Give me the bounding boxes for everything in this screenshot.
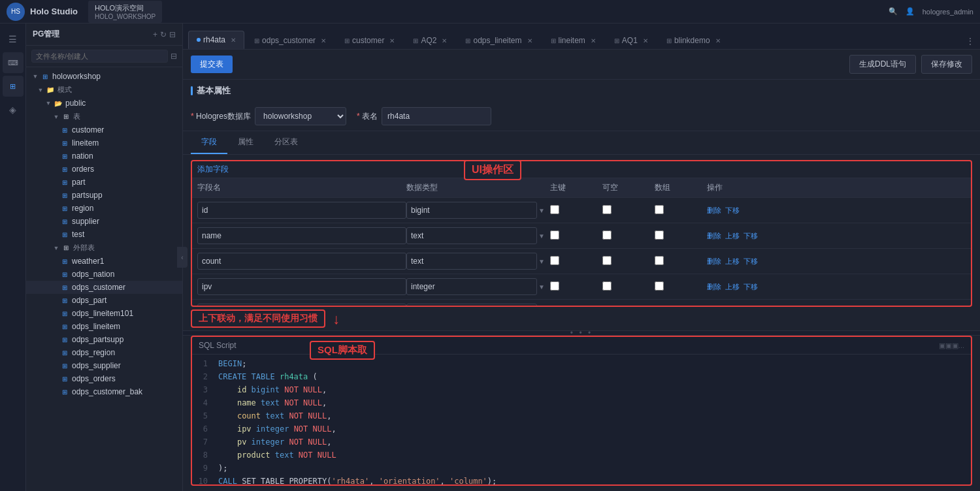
split-handle[interactable]: • • • — [183, 330, 980, 336]
tree-item-external-category[interactable]: ▼ ⊞ 外部表 — [26, 241, 182, 255]
action-down-name[interactable]: 下移 — [743, 231, 758, 241]
tree-item-orders[interactable]: ⊞ orders — [26, 163, 182, 176]
table-name-input[interactable] — [382, 107, 491, 125]
tree-item-region[interactable]: ⊞ region — [26, 202, 182, 215]
action-delete-id[interactable]: 删除 — [707, 206, 721, 215]
tab-fields[interactable]: 字段 — [191, 131, 227, 154]
tab-AQ1[interactable]: ⊞ AQ1 ✕ — [606, 31, 657, 49]
tree-item-odps_customer[interactable]: ⊞ odps_customer — [26, 281, 182, 294]
tree-item-schema[interactable]: ▼ 📁 模式 — [26, 83, 182, 97]
field-primary-ipv[interactable] — [550, 281, 559, 291]
field-nullable-count[interactable] — [602, 256, 612, 265]
field-array-ipv[interactable] — [655, 281, 664, 291]
field-primary-count[interactable] — [550, 256, 559, 265]
db-select[interactable]: holoworkshop — [255, 107, 346, 125]
add-field-link[interactable]: 添加字段 — [197, 165, 229, 174]
tab-icon-AQ2: ⊞ — [413, 37, 418, 44]
tree-item-odps_supplier[interactable]: ⊞ odps_supplier — [26, 359, 182, 372]
tab-partition[interactable]: 分区表 — [264, 131, 308, 154]
tree-item-nation[interactable]: ⊞ nation — [26, 150, 182, 163]
tab-close-customer[interactable]: ✕ — [389, 37, 395, 44]
gen-ddl-button[interactable]: 生成DDL语句 — [849, 55, 916, 74]
sql-console-nav[interactable]: ⌨ — [3, 52, 24, 73]
sql-code[interactable]: BEGIN; CREATE TABLE rh4ata ( id bigint N… — [213, 357, 971, 482]
tab-attrs[interactable]: 属性 — [227, 131, 264, 154]
action-delete-ipv[interactable]: 删除 — [707, 282, 721, 292]
tree-item-test[interactable]: ⊞ test — [26, 228, 182, 241]
data-dev-nav[interactable]: ◈ — [3, 99, 24, 120]
tree-item-odps_lineitem[interactable]: ⊞ odps_lineitem — [26, 320, 182, 333]
tab-odps_lineitem[interactable]: ⊞ odps_lineitem ✕ — [457, 31, 540, 49]
field-type-select-id[interactable]: biginttextinteger — [406, 202, 537, 219]
tab-rh4ata[interactable]: rh4ata ✕ — [188, 31, 244, 49]
tab-close-rh4ata[interactable]: ✕ — [231, 37, 236, 44]
sidebar-filter-icon[interactable]: ⊟ — [169, 30, 176, 39]
field-type-select-pv[interactable]: biginttextinteger — [406, 304, 537, 306]
field-nullable-ipv[interactable] — [602, 281, 612, 291]
tree-item-customer[interactable]: ⊞ customer — [26, 123, 182, 136]
tree-item-odps_region[interactable]: ⊞ odps_region — [26, 346, 182, 359]
action-up-count[interactable]: 上移 — [725, 257, 740, 266]
tree-item-partsupp[interactable]: ⊞ partsupp — [26, 189, 182, 202]
sql-line-6: ipv integer NOT NULL, — [218, 422, 966, 436]
tab-close-AQ2[interactable]: ✕ — [442, 37, 447, 44]
tab-close-blinkdemo[interactable]: ✕ — [715, 37, 721, 44]
field-type-select-count[interactable]: biginttextinteger — [406, 253, 537, 270]
field-array-id[interactable] — [655, 205, 664, 214]
action-delete-name[interactable]: 删除 — [707, 231, 721, 241]
field-type-select-ipv[interactable]: biginttextinteger — [406, 278, 537, 295]
search-icon[interactable]: 🔍 — [889, 7, 898, 16]
tree-item-odps_part[interactable]: ⊞ odps_part — [26, 294, 182, 307]
save-button[interactable]: 保存修改 — [921, 55, 972, 74]
tree-item-odps_lineitem101[interactable]: ⊞ odps_lineitem101 — [26, 307, 182, 320]
tab-odps_customer[interactable]: ⊞ odps_customer ✕ — [246, 31, 335, 49]
sidebar-add-icon[interactable]: + — [153, 30, 157, 39]
field-array-count[interactable] — [655, 256, 664, 265]
sql-body[interactable]: 12345 678910 1112 BEGIN; CREATE TABLE rh… — [192, 355, 971, 484]
field-name-input-ipv[interactable] — [197, 278, 406, 295]
tree-item-table-category[interactable]: ▼ ⊞ 表 — [26, 110, 182, 123]
search-input[interactable] — [31, 50, 168, 63]
tab-blinkdemo[interactable]: ⊞ blinkdemo ✕ — [658, 31, 729, 49]
field-primary-id[interactable] — [550, 205, 559, 214]
tree-item-odps_orders[interactable]: ⊞ odps_orders — [26, 372, 182, 385]
field-name-input-name[interactable] — [197, 227, 406, 244]
action-delete-count[interactable]: 删除 — [707, 257, 721, 266]
field-name-input-pv[interactable] — [197, 304, 406, 306]
tree-item-supplier[interactable]: ⊞ supplier — [26, 215, 182, 228]
field-type-select-name[interactable]: biginttextinteger — [406, 227, 537, 244]
tree-item-holoworkshop[interactable]: ▼ ⊞ holoworkshop — [26, 70, 182, 83]
tab-close-AQ1[interactable]: ✕ — [643, 37, 648, 44]
tabs-more-icon[interactable]: ⋮ — [966, 36, 975, 49]
tree-item-odps_customer_bak[interactable]: ⊞ odps_customer_bak — [26, 385, 182, 398]
tree-item-lineitem[interactable]: ⊞ lineitem — [26, 136, 182, 150]
field-primary-name[interactable] — [550, 230, 559, 240]
action-down-ipv[interactable]: 下移 — [743, 282, 758, 292]
field-nullable-name[interactable] — [602, 230, 612, 240]
field-name-input-count[interactable] — [197, 253, 406, 270]
field-nullable-id[interactable] — [602, 205, 612, 214]
pg-manage-nav[interactable]: ⊞ — [3, 76, 24, 97]
tab-close-odps_lineitem[interactable]: ✕ — [527, 37, 532, 44]
tree-item-public[interactable]: ▼ 📂 public — [26, 97, 182, 110]
action-up-ipv[interactable]: 上移 — [725, 282, 740, 292]
menu-icon[interactable]: ☰ — [3, 29, 24, 50]
action-down-count[interactable]: 下移 — [743, 257, 758, 266]
tab-close-lineitem[interactable]: ✕ — [591, 37, 596, 44]
tree-item-weather1[interactable]: ⊞ weather1 — [26, 255, 182, 268]
action-up-name[interactable]: 上移 — [725, 231, 740, 241]
tree-item-odps_nation[interactable]: ⊞ odps_nation — [26, 268, 182, 281]
filter-icon[interactable]: ⊟ — [171, 52, 177, 61]
tab-close-odps_customer[interactable]: ✕ — [321, 37, 326, 44]
workspace-selector[interactable]: HOLO演示空间 HOLO_WORKSHOP — [88, 1, 162, 23]
tree-item-part[interactable]: ⊞ part — [26, 176, 182, 189]
tree-item-odps_partsupp[interactable]: ⊞ odps_partsupp — [26, 333, 182, 346]
submit-table-button[interactable]: 提交表 — [191, 55, 233, 73]
field-array-name[interactable] — [655, 230, 664, 240]
action-down-id[interactable]: 下移 — [725, 206, 740, 215]
tab-lineitem[interactable]: ⊞ lineitem ✕ — [542, 31, 604, 49]
sidebar-refresh-icon[interactable]: ↻ — [160, 30, 167, 39]
tab-customer[interactable]: ⊞ customer ✕ — [336, 31, 403, 49]
tab-AQ2[interactable]: ⊞ AQ2 ✕ — [404, 31, 455, 49]
field-name-input-id[interactable] — [197, 202, 406, 219]
